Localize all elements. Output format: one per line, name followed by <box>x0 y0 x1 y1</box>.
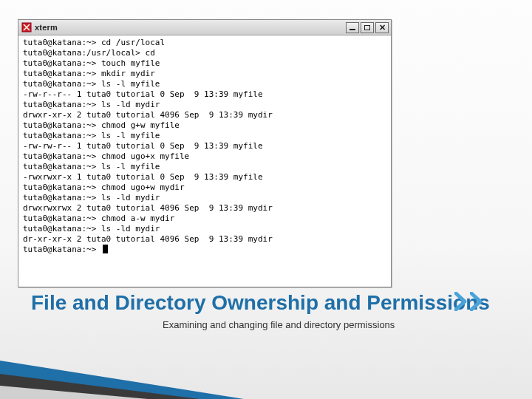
svg-marker-2 <box>0 386 148 399</box>
terminal-line: tuta0@katana:~> ls -l myfile <box>23 79 386 89</box>
terminal-line: drwxr-xr-x 2 tuta0 tutorial 4096 Sep 9 1… <box>23 110 386 120</box>
terminal-line: -rw-rw-r-- 1 tuta0 tutorial 0 Sep 9 13:3… <box>23 141 386 151</box>
terminal-line: drwxrwxrwx 2 tuta0 tutorial 4096 Sep 9 1… <box>23 203 386 214</box>
window-title: xterm <box>35 23 58 32</box>
terminal-line: tuta0@katana:~> ls -l myfile <box>23 162 386 172</box>
terminal-body[interactable]: tuta0@katana:~> cd /usr/localtuta0@katan… <box>18 35 391 287</box>
terminal-line: tuta0@katana:/usr/local> cd <box>23 48 386 58</box>
maximize-button[interactable] <box>361 22 374 33</box>
terminal-line: tuta0@katana:~> ls -ld mydir <box>23 224 386 234</box>
svg-marker-1 <box>0 374 200 399</box>
slide-subtitle: Examining and changing file and director… <box>163 319 395 330</box>
terminal-line: tuta0@katana:~> ls -ld mydir <box>23 100 386 110</box>
terminal-line: -rwxrwxr-x 1 tuta0 tutorial 0 Sep 9 13:3… <box>23 172 386 183</box>
chevron-decoration <box>454 292 483 311</box>
terminal-line: tuta0@katana:~> ls -ld mydir <box>23 193 386 203</box>
terminal-line: tuta0@katana:~> ls -l myfile <box>23 131 386 141</box>
terminal-line: dr-xr-xr-x 2 tuta0 tutorial 4096 Sep 9 1… <box>23 234 386 245</box>
terminal-line: tuta0@katana:~> chmod g+w myfile <box>23 120 386 131</box>
terminal-line: tuta0@katana:~> chmod ugo+x myfile <box>23 151 386 162</box>
minimize-button[interactable] <box>346 22 359 33</box>
slide-title: File and Directory Ownership and Permiss… <box>31 291 490 315</box>
slide-accent <box>0 347 532 399</box>
terminal-line: tuta0@katana:~> mkdir mydir <box>23 69 386 79</box>
close-button[interactable]: ✕ <box>375 22 389 33</box>
terminal-line: tuta0@katana:~> touch myfile <box>23 58 386 69</box>
terminal-line: -rw-r--r-- 1 tuta0 tutorial 0 Sep 9 13:3… <box>23 89 386 100</box>
window-titlebar[interactable]: xterm ✕ <box>18 20 391 35</box>
terminal-line: tuta0@katana:~> <box>23 245 386 255</box>
terminal-line: tuta0@katana:~> chmod ugo+w mydir <box>23 183 386 193</box>
xterm-window: xterm ✕ tuta0@katana:~> cd /usr/localtut… <box>18 19 392 287</box>
terminal-line: tuta0@katana:~> chmod a-w mydir <box>23 214 386 224</box>
xterm-icon <box>21 22 32 33</box>
svg-marker-0 <box>0 361 244 399</box>
terminal-line: tuta0@katana:~> cd /usr/local <box>23 38 386 48</box>
terminal-cursor <box>103 245 108 253</box>
